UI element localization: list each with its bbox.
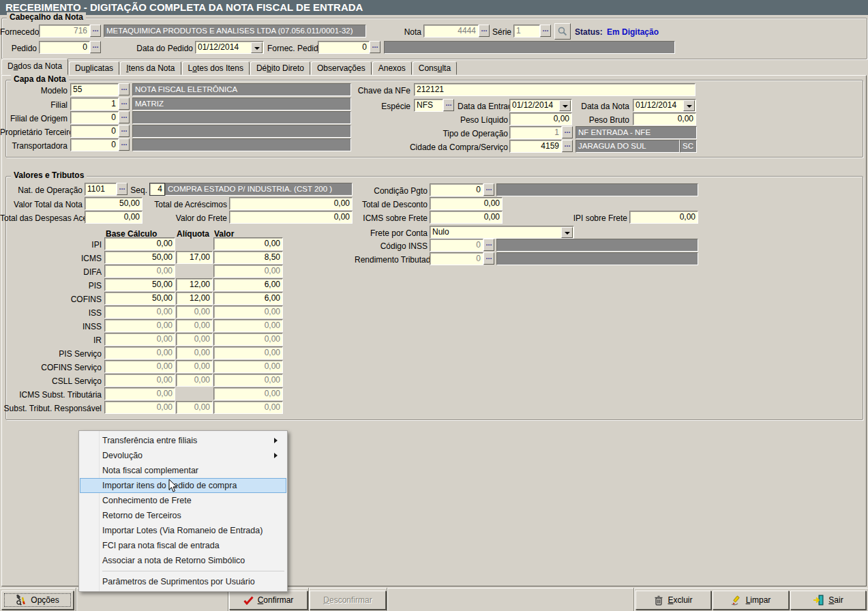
data-entrada-combobox[interactable]: 01/12/2014 (509, 99, 572, 112)
menu-item-retorno-de-terceiros[interactable]: Retorno de Terceiros (80, 508, 286, 523)
fornecedor-lookup-button[interactable]: ... (90, 25, 101, 37)
especie-lookup-button[interactable]: ... (443, 99, 454, 111)
icms-frete-field[interactable]: 0,00 (430, 211, 503, 224)
tributo-value-field[interactable]: 50,00 (104, 278, 175, 291)
menu-item-conhecimento-de-frete[interactable]: Conhecimento de Frete (80, 493, 286, 508)
opcoes-button[interactable]: Opções (1, 591, 74, 610)
tributo-value-field[interactable]: 0,00 (104, 360, 175, 373)
tributo-value-field[interactable]: 0,00 (104, 374, 175, 387)
modelo-field[interactable]: 55 (70, 83, 119, 96)
tributo-value-field[interactable]: 0,00 (104, 346, 175, 359)
fornec-pedido-lookup-button[interactable]: ... (370, 41, 380, 53)
menu-item-fci-para-nota-fiscal-de-entrada[interactable]: FCI para nota fiscal de entrada (80, 538, 286, 553)
tributo-value-field[interactable]: 0,00 (176, 319, 213, 332)
chevron-down-icon[interactable] (561, 227, 573, 238)
tab-consulta[interactable]: Consulta (413, 61, 457, 75)
data-pedido-combobox[interactable]: 01/12/2014 (195, 41, 264, 54)
confirmar-button[interactable]: Confirmar (229, 591, 308, 610)
tributo-value-field[interactable]: 0,00 (104, 319, 175, 332)
rendimento-field[interactable]: 0 (430, 252, 483, 265)
tab-itens-da-nota[interactable]: Itens da Nota (120, 61, 181, 75)
menu-item-importar-lotes-via-romaneio-de-entrada-[interactable]: Importar Lotes (Via Romaneio de Entrada) (80, 523, 286, 538)
tributo-value-field[interactable]: 0,00 (104, 401, 175, 414)
tributo-value-field[interactable]: 0,00 (104, 333, 175, 346)
tributo-value-field[interactable]: 50,00 (104, 292, 175, 305)
tributo-value-field[interactable]: 0,00 (213, 360, 283, 373)
tributo-value-field[interactable]: 0,00 (213, 319, 283, 332)
peso-bruto-field[interactable]: 0,00 (633, 113, 696, 125)
fornecedor-field[interactable]: 716 (39, 25, 90, 38)
tributo-value-field[interactable]: 0,00 (176, 306, 213, 318)
excluir-button[interactable]: Excluir (635, 591, 711, 610)
total-desconto-field[interactable]: 0,00 (430, 197, 503, 210)
tributo-value-field[interactable]: 12,00 (176, 278, 213, 291)
tipo-operacao-lookup-button[interactable]: ... (562, 126, 573, 138)
rendimento-lookup-button[interactable]: ... (483, 252, 494, 265)
condicao-pgto-field[interactable]: 0 (430, 183, 483, 196)
nat-operacao-field[interactable]: 1101 (85, 183, 117, 196)
tributo-value-field[interactable]: 6,00 (213, 292, 283, 305)
filial-origem-lookup-button[interactable]: ... (119, 111, 130, 123)
pedido-field[interactable]: 0 (39, 41, 90, 54)
nota-lookup-button[interactable]: ... (479, 25, 490, 37)
especie-field[interactable]: NFS (414, 99, 443, 112)
filial-origem-field[interactable]: 0 (70, 111, 119, 124)
tab-observa-es[interactable]: Observações (311, 61, 372, 75)
tributo-value-field[interactable]: 0,00 (176, 346, 213, 359)
chevron-down-icon[interactable] (683, 100, 695, 111)
peso-liquido-field[interactable]: 0,00 (509, 113, 572, 125)
tab-anexos[interactable]: Anexos (372, 61, 412, 75)
filial-lookup-button[interactable]: ... (119, 98, 130, 110)
menu-item-nota-fiscal-complementar[interactable]: Nota fiscal complementar (80, 463, 286, 478)
transportadora-field[interactable]: 0 (70, 138, 119, 151)
tributo-value-field[interactable]: 12,00 (176, 292, 213, 305)
tributo-value-field[interactable]: 0,00 (176, 333, 213, 346)
pedido-lookup-button[interactable]: ... (90, 41, 101, 53)
tributo-value-field[interactable]: 17,00 (176, 251, 213, 264)
tributo-value-field[interactable]: 0,00 (104, 387, 175, 400)
tributo-value-field[interactable]: 0,00 (213, 387, 283, 400)
serie-lookup-button[interactable]: ... (540, 25, 551, 37)
nota-field[interactable]: 4444 (423, 25, 479, 38)
chevron-down-icon[interactable] (251, 42, 263, 53)
frete-conta-combobox[interactable]: Nulo (430, 226, 574, 239)
tributo-value-field[interactable]: 50,00 (104, 251, 175, 264)
tributo-value-field[interactable]: 0,00 (213, 346, 283, 359)
prop-terceiros-field[interactable]: 0 (70, 125, 119, 138)
menu-item-associar-a-nota-de-retorno-simb-lico[interactable]: Associar a nota de Retorno Simbólico (80, 553, 286, 568)
sair-button[interactable]: Sair (790, 591, 866, 610)
tributo-value-field[interactable]: 8,50 (213, 251, 283, 264)
codigo-inss-field[interactable]: 0 (430, 239, 483, 252)
tab-d-bito-direto[interactable]: Débito Direto (250, 61, 310, 75)
menu-item-devolu-o[interactable]: Devolução (80, 448, 286, 463)
cidade-lookup-button[interactable]: ... (562, 140, 573, 152)
tab-dados-da-nota[interactable]: Dados da Nota (1, 59, 68, 75)
tributo-value-field[interactable]: 6,00 (213, 278, 283, 291)
menu-item-transfer-ncia-entre-filiais[interactable]: Transferência entre filiais (80, 433, 286, 448)
tributo-value-field[interactable]: 0,00 (104, 306, 175, 318)
tributo-value-field[interactable]: 0,00 (176, 360, 213, 373)
cidade-field[interactable]: 4159 (509, 140, 562, 153)
prop-terceiros-lookup-button[interactable]: ... (119, 125, 130, 137)
ipi-frete-field[interactable]: 0,00 (629, 211, 698, 224)
tab-lotes-dos-itens[interactable]: Lotes dos Itens (182, 61, 250, 75)
tributo-value-field[interactable]: 0,00 (213, 265, 283, 278)
total-acrescimos-field[interactable]: 0,00 (229, 197, 353, 210)
tributo-value-field[interactable]: 0,00 (213, 401, 283, 414)
tributo-value-field[interactable]: 0,00 (213, 306, 283, 318)
filial-field[interactable]: 1 (70, 98, 119, 110)
menu-item-par-metros-de-suprimentos-por-usu-rio[interactable]: Parâmetros de Suprimentos por Usuário (80, 574, 286, 589)
condicao-pgto-lookup-button[interactable]: ... (483, 183, 494, 196)
valor-total-field[interactable]: 50,00 (85, 197, 143, 210)
chevron-down-icon[interactable] (559, 100, 571, 111)
limpar-button[interactable]: Limpar (713, 591, 789, 610)
tipo-operacao-field[interactable]: 1 (509, 126, 562, 139)
serie-field[interactable]: 1 (513, 25, 540, 38)
tributo-value-field[interactable]: 0,00 (213, 333, 283, 346)
desconfirmar-button[interactable]: Desconfirmar (310, 591, 386, 610)
tributo-value-field[interactable]: 0,00 (213, 237, 283, 250)
tributo-value-field[interactable]: 0,00 (176, 401, 213, 414)
transportadora-lookup-button[interactable]: ... (119, 138, 130, 151)
tributo-value-field[interactable]: 0,00 (176, 374, 213, 387)
tributo-value-field[interactable]: 0,00 (104, 265, 175, 278)
